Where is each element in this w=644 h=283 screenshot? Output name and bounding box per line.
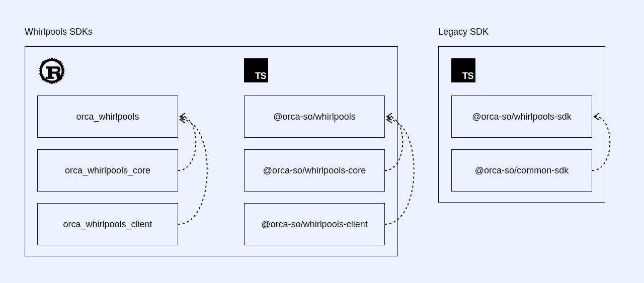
package-box: orca_whirlpools	[37, 96, 178, 138]
package-box: @orca-so/whirlpools	[244, 96, 385, 138]
svg-point-38	[50, 81, 53, 84]
group-title-legacy: Legacy SDK	[438, 27, 489, 37]
svg-point-36	[42, 77, 45, 80]
typescript-icon: TS	[451, 58, 475, 82]
svg-point-34	[42, 61, 45, 64]
package-box: @orca-so/whirlpools-sdk	[451, 96, 592, 138]
package-box: orca_whirlpools_core	[37, 149, 178, 192]
svg-marker-26	[39, 70, 41, 72]
group-title-whirlpools: Whirlpools SDKs	[25, 27, 93, 37]
typescript-icon: TS	[244, 58, 268, 82]
package-box: @orca-so/whirlpools-core	[244, 149, 385, 192]
svg-point-35	[58, 61, 61, 64]
sdk-architecture-diagram: Whirlpools SDKs Legacy SDK	[0, 0, 644, 283]
package-box: orca_whirlpools_client	[37, 203, 178, 245]
rust-icon	[38, 57, 65, 84]
package-box: @orca-so/whirlpools-client	[244, 203, 385, 245]
svg-marker-10	[63, 70, 65, 72]
package-box: @orca-so/common-sdk	[451, 149, 592, 192]
